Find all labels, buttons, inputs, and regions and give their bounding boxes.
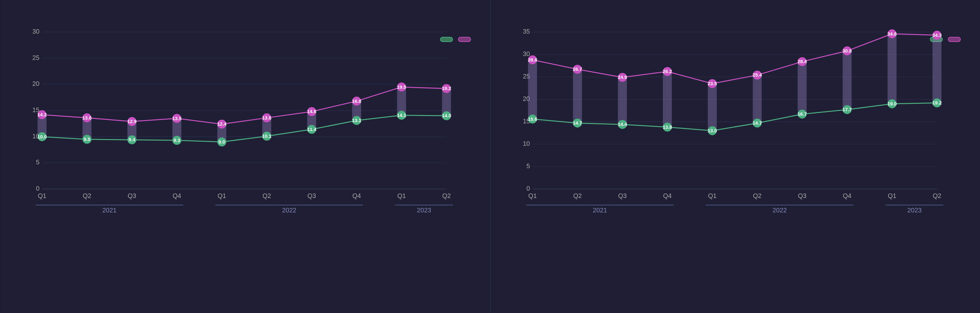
- svg-text:Q1: Q1: [708, 192, 716, 199]
- svg-text:34.3: 34.3: [932, 32, 942, 38]
- svg-text:14.7: 14.7: [573, 120, 582, 126]
- chart-area-1: 05101520253010.09.59.49.39.010.111.413.1…: [19, 22, 471, 294]
- svg-text:2022: 2022: [282, 207, 296, 214]
- svg-rect-106: [843, 51, 851, 109]
- svg-text:19.2: 19.2: [932, 100, 942, 105]
- svg-rect-102: [663, 71, 672, 127]
- chart-panel-2: 0510152025303515.614.714.413.813.014.716…: [490, 0, 980, 313]
- svg-text:19.0: 19.0: [887, 101, 897, 106]
- svg-text:2023: 2023: [417, 207, 431, 214]
- svg-text:Q1: Q1: [397, 192, 406, 199]
- svg-text:15.6: 15.6: [528, 116, 537, 122]
- svg-text:14.0: 14.0: [442, 113, 451, 118]
- svg-text:30: 30: [32, 28, 39, 35]
- svg-rect-103: [708, 84, 717, 131]
- svg-text:26.7: 26.7: [573, 66, 582, 72]
- svg-text:Q2: Q2: [442, 192, 451, 199]
- svg-text:5: 5: [526, 163, 530, 169]
- svg-text:2021: 2021: [593, 207, 607, 214]
- svg-text:19.2: 19.2: [442, 85, 451, 91]
- svg-rect-107: [888, 34, 897, 104]
- svg-rect-104: [753, 75, 762, 123]
- svg-text:14.1: 14.1: [397, 112, 406, 118]
- svg-text:34.6: 34.6: [887, 31, 897, 36]
- svg-text:13.1: 13.1: [352, 118, 361, 123]
- svg-text:Q1: Q1: [888, 192, 896, 199]
- svg-text:13.5: 13.5: [172, 115, 181, 121]
- svg-text:5: 5: [36, 158, 39, 166]
- svg-rect-108: [932, 35, 942, 103]
- svg-text:12.4: 12.4: [217, 121, 227, 126]
- chart-panel-1: 05101520253010.09.59.49.39.010.111.413.1…: [0, 0, 490, 313]
- svg-text:9.0: 9.0: [218, 139, 225, 144]
- svg-text:25: 25: [32, 54, 39, 61]
- svg-text:14.4: 14.4: [617, 122, 627, 127]
- svg-text:Q1: Q1: [217, 192, 226, 199]
- svg-text:9.4: 9.4: [129, 137, 135, 142]
- svg-text:13.0: 13.0: [708, 128, 717, 133]
- svg-text:2023: 2023: [907, 207, 921, 214]
- svg-text:16.7: 16.7: [797, 111, 807, 117]
- svg-text:14.8: 14.8: [307, 109, 316, 114]
- svg-text:0: 0: [36, 185, 39, 192]
- svg-text:Q3: Q3: [127, 192, 136, 199]
- svg-rect-105: [798, 62, 807, 114]
- svg-text:Q1: Q1: [528, 192, 537, 199]
- svg-text:Q3: Q3: [307, 192, 316, 199]
- svg-text:28.8: 28.8: [528, 57, 537, 62]
- svg-text:24.9: 24.9: [617, 74, 627, 80]
- svg-text:Q2: Q2: [753, 192, 761, 199]
- svg-text:Q4: Q4: [843, 192, 851, 199]
- svg-text:11.4: 11.4: [307, 126, 317, 132]
- svg-text:13.8: 13.8: [663, 124, 672, 130]
- svg-text:30: 30: [523, 50, 530, 57]
- svg-text:Q4: Q4: [172, 192, 181, 199]
- svg-text:14.2: 14.2: [37, 112, 46, 117]
- svg-text:16.8: 16.8: [352, 98, 361, 104]
- svg-text:0: 0: [526, 185, 530, 192]
- chart-svg-1: 05101520253010.09.59.49.39.010.111.413.1…: [23, 22, 471, 294]
- svg-text:17.7: 17.7: [842, 107, 851, 112]
- svg-text:Q2: Q2: [932, 192, 941, 199]
- svg-text:19.5: 19.5: [397, 84, 406, 90]
- svg-text:14.7: 14.7: [752, 120, 762, 126]
- svg-text:Q2: Q2: [262, 192, 271, 199]
- svg-text:Q3: Q3: [798, 192, 807, 199]
- svg-text:Q4: Q4: [352, 192, 361, 199]
- svg-text:2021: 2021: [102, 207, 116, 214]
- svg-text:20: 20: [32, 80, 39, 87]
- svg-rect-100: [573, 69, 582, 123]
- chart-svg-2: 0510152025303515.614.714.413.813.014.716…: [513, 22, 961, 294]
- svg-text:Q3: Q3: [618, 192, 627, 199]
- svg-text:13.6: 13.6: [262, 115, 271, 120]
- chart-area-2: 0510152025303515.614.714.413.813.014.716…: [510, 22, 961, 294]
- svg-text:13.6: 13.6: [82, 115, 91, 120]
- svg-text:30.8: 30.8: [842, 48, 851, 54]
- svg-text:25.4: 25.4: [752, 72, 762, 77]
- svg-text:2022: 2022: [772, 207, 787, 214]
- svg-text:35: 35: [523, 28, 530, 35]
- svg-text:Q1: Q1: [38, 192, 46, 199]
- svg-text:10.0: 10.0: [37, 134, 46, 139]
- svg-text:9.5: 9.5: [83, 136, 90, 142]
- svg-rect-101: [618, 77, 627, 124]
- svg-text:23.5: 23.5: [708, 81, 717, 86]
- svg-text:Q2: Q2: [83, 192, 91, 199]
- svg-text:28.4: 28.4: [797, 58, 807, 64]
- svg-text:9.3: 9.3: [173, 138, 180, 143]
- svg-text:Q2: Q2: [573, 192, 582, 199]
- svg-text:26.2: 26.2: [663, 68, 672, 74]
- svg-text:Q4: Q4: [663, 192, 671, 199]
- svg-text:10.1: 10.1: [262, 133, 271, 139]
- svg-text:12.9: 12.9: [127, 119, 137, 124]
- svg-rect-99: [528, 60, 537, 119]
- svg-text:10: 10: [523, 140, 530, 147]
